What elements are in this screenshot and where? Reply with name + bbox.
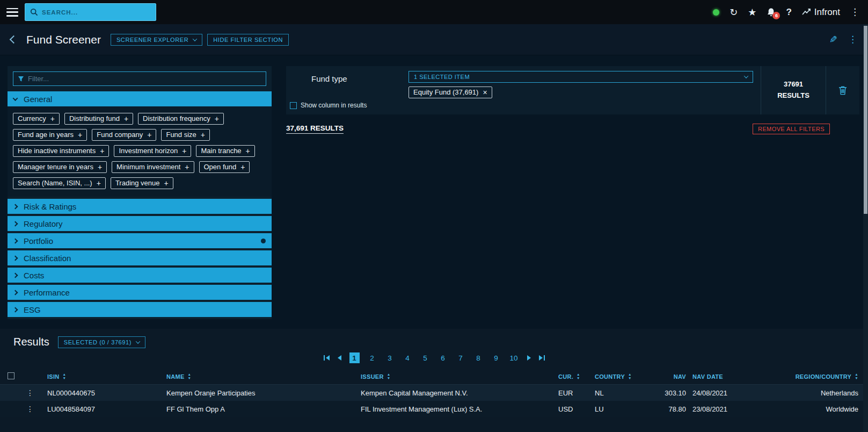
last-page-button[interactable] [539,355,545,361]
section-portfolio[interactable]: Portfolio [8,233,272,248]
filter-chip-distributing-fund[interactable]: Distributing fund+ [64,113,133,125]
chevron-right-icon [13,272,18,278]
filter-chip-fund-company[interactable]: Fund company+ [92,129,156,141]
column-header-isin[interactable]: ISIN▲▼ [47,373,166,379]
refresh-icon[interactable]: ↻ [730,8,738,17]
row-menu-icon[interactable]: ⋮ [21,405,47,413]
page-button-9[interactable]: 9 [491,352,501,363]
brand: Infront [802,7,840,18]
page-title: Fund Screener [26,33,101,46]
star-icon[interactable]: ★ [748,8,756,17]
scrollbar-thumb[interactable] [864,26,867,214]
screener-explorer-dropdown[interactable]: SCREENER EXPLORER [111,34,202,46]
column-header-country[interactable]: COUNTRY▲▼ [595,373,640,379]
add-icon: + [164,179,169,187]
filter-chip-hide-inactive[interactable]: Hide inactive instruments+ [13,145,109,157]
page-button-10[interactable]: 10 [509,352,519,363]
column-header-name[interactable]: NAME▲▼ [166,373,361,379]
column-header-issuer[interactable]: ISSUER▲▼ [361,373,558,379]
first-page-button[interactable] [324,355,330,361]
section-classification[interactable]: Classification [8,250,272,265]
table-row[interactable]: ⋮ NL0000440675 Kempen Oranje Participati… [0,385,868,401]
cell-region: Netherlands [746,389,868,397]
table-row[interactable]: ⋮ LU0048584097 FF Gl Them Opp A FIL Inve… [0,401,868,417]
chevron-right-icon [13,204,18,209]
page-button-3[interactable]: 3 [385,352,395,363]
sort-icon[interactable]: ▲▼ [577,373,580,379]
filter-chip-fund-age[interactable]: Fund age in years+ [13,129,87,141]
cell-issuer: Kempen Capital Management N.V. [361,389,558,397]
column-header-nav-date[interactable]: NAV DATE [686,373,746,380]
remove-chip-icon[interactable]: × [483,89,487,96]
selected-filter-chip[interactable]: Equity Fund (37,691) × [409,87,492,98]
search-input[interactable] [42,9,151,16]
show-column-checkbox[interactable]: Show column in results [290,102,404,109]
fund-type-dropdown[interactable]: 1 SELECTED ITEM [409,71,753,83]
global-search[interactable] [25,3,156,21]
filter-chip-fund-size[interactable]: Fund size+ [161,129,210,141]
filter-chip-open-fund[interactable]: Open fund+ [199,161,250,173]
filter-chip-trading-venue[interactable]: Trading venue+ [111,177,173,189]
section-esg[interactable]: ESG [8,302,272,317]
page-button-7[interactable]: 7 [456,352,466,363]
search-icon [30,8,38,16]
filter-panel: General Currency+ Distributing fund+ Dis… [8,66,272,319]
section-risk-ratings[interactable]: Risk & Ratings [8,199,272,214]
remove-all-filters-button[interactable]: REMOVE ALL FILTERS [753,124,830,134]
section-performance[interactable]: Performance [8,285,272,300]
page-button-8[interactable]: 8 [473,352,484,363]
sort-icon[interactable]: ▲▼ [387,373,391,379]
section-regulatory[interactable]: Regulatory [8,216,272,231]
filter-chip-search-name-isin[interactable]: Search (Name, ISIN, ...)+ [13,177,106,189]
section-costs[interactable]: Costs [8,268,272,283]
chevron-left-icon [10,35,18,44]
help-button[interactable]: ? [786,8,791,17]
vertical-scrollbar[interactable] [863,24,868,432]
results-count-link[interactable]: 37,691 RESULTS [286,124,344,134]
chevron-down-icon [136,339,140,343]
filter-chip-main-tranche[interactable]: Main tranche+ [196,145,254,157]
sort-icon[interactable]: ▲▼ [188,373,192,379]
next-page-button[interactable] [527,355,531,361]
select-all-checkbox[interactable] [8,372,14,379]
page-button-1[interactable]: 1 [349,352,360,363]
filter-search[interactable] [13,71,266,86]
selected-rows-dropdown[interactable]: SELECTED (0 / 37691) [58,336,145,348]
filter-chip-currency[interactable]: Currency+ [13,113,60,125]
column-header-region[interactable]: REGION/COUNTRY▲▼ [746,373,868,379]
filter-chip-distribution-frequency[interactable]: Distribution frequency+ [138,113,224,125]
menu-icon[interactable] [6,8,18,17]
column-header-nav[interactable]: NAV [640,373,686,380]
filter-input[interactable] [28,75,261,83]
add-icon: + [78,131,82,139]
add-icon: + [98,163,102,171]
page-button-6[interactable]: 6 [438,352,448,363]
page-overflow-menu-icon[interactable]: ⋮ [848,34,857,45]
top-app-bar: ↻ ★ 6 ? Infront ⋮ [0,0,868,24]
fund-type-dropdown-value: 1 SELECTED ITEM [414,74,470,80]
filter-chip-minimum-investment[interactable]: Minimum investment+ [112,161,194,173]
connection-status-dot [713,9,719,16]
filter-chip-investment-horizon[interactable]: Investment horizon+ [114,145,191,157]
notifications-button[interactable]: 6 [767,8,776,17]
previous-page-button[interactable] [337,355,342,361]
delete-filter-button[interactable] [826,66,859,114]
page-button-2[interactable]: 2 [367,352,377,363]
sort-icon[interactable]: ▲▼ [628,373,632,379]
cell-issuer: FIL Investment Management (Lux) S.A. [361,405,558,413]
back-button[interactable] [11,37,17,42]
hide-filter-section-button[interactable]: HIDE FILTER SECTION [207,34,289,46]
section-general[interactable]: General [8,91,272,106]
main-content: General Currency+ Distributing fund+ Dis… [0,55,868,329]
selected-filter-chip-label: Equity Fund (37,691) [413,88,478,96]
row-menu-icon[interactable]: ⋮ [21,388,47,397]
overflow-menu-icon[interactable]: ⋮ [850,8,859,17]
cell-isin: NL0000440675 [47,389,166,397]
edit-icon[interactable]: ✎ [829,34,837,46]
sort-icon[interactable]: ▲▼ [63,373,67,379]
filter-chip-manager-tenure[interactable]: Manager tenure in years+ [13,161,107,173]
column-header-cur[interactable]: CUR.▲▼ [558,373,595,379]
sort-icon[interactable]: ▲▼ [855,373,858,379]
page-button-4[interactable]: 4 [403,352,413,363]
page-button-5[interactable]: 5 [420,352,431,363]
